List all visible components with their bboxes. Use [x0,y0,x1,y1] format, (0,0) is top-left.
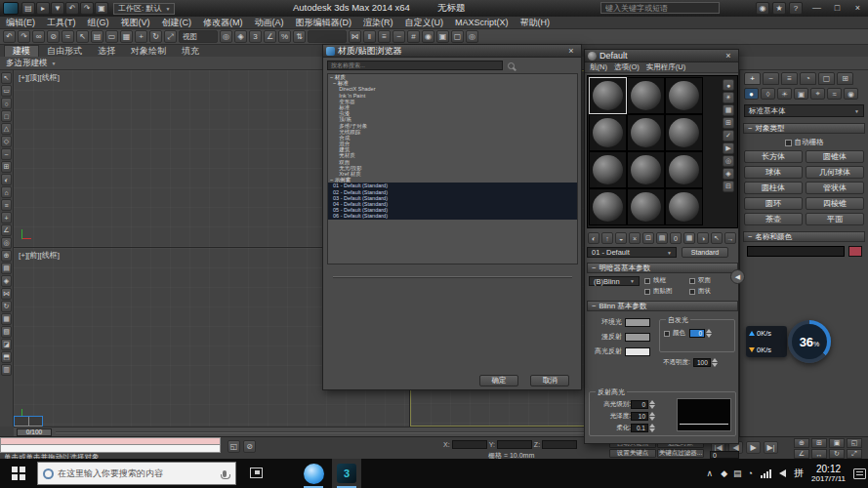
z-coordinate-input[interactable] [542,440,577,449]
close-button[interactable]: × [847,0,868,16]
help-icon[interactable]: ? [789,2,803,15]
x-coordinate-input[interactable] [452,440,487,449]
zoom-icon[interactable]: ⊕ [794,438,809,448]
video-color-check-icon[interactable]: ✓ [723,130,734,142]
unlink-icon[interactable]: ⊘ [47,30,60,43]
sample-slot[interactable] [589,188,627,225]
shader-basic-rollout[interactable]: − 明暗器基本参数 [587,263,738,273]
color-check-row[interactable]: 颜色 0 [664,329,712,338]
primitive-button[interactable]: 圆柱体 [744,182,803,194]
assign-to-selection-icon[interactable]: ◒ [615,232,627,244]
select-manipulate-icon[interactable]: ◈ [234,30,247,43]
taskbar-search[interactable] [37,462,236,485]
put-to-scene-icon[interactable]: ↑ [601,232,613,244]
reset-map-icon[interactable]: × [629,232,641,244]
spacewarps-category-icon[interactable]: ≈ [827,88,842,100]
left-toolbar-icon[interactable]: ▤ [1,263,12,274]
workspace-dropdown[interactable]: 工作区: 默认 ▼ [113,3,175,15]
left-toolbar-icon[interactable]: ○ [1,98,12,109]
app-menu-button[interactable] [3,2,19,15]
show-end-result-icon[interactable]: ◑ [697,232,709,244]
bind-spacewarp-icon[interactable]: ≈ [62,30,74,43]
primitive-button[interactable]: 茶壶 [744,213,803,225]
start-button[interactable] [0,459,37,488]
opacity-value[interactable]: 100 [693,358,711,367]
sample-slot[interactable] [627,151,665,188]
maximize-button[interactable]: □ [827,0,847,16]
set-key-button[interactable]: 设置关键点 [609,449,656,458]
menu-item[interactable]: MAXScript(X) [449,17,515,29]
spinner[interactable] [649,424,655,432]
options-icon[interactable]: ◎ [723,155,734,167]
diffuse-color-swatch[interactable] [625,333,650,342]
zoom-all-icon[interactable]: ⊞ [811,438,827,448]
sample-type-icon[interactable]: ● [723,79,734,91]
left-toolbar-icon[interactable]: ⊞ [1,161,12,173]
motion-tab-icon[interactable]: ◔ [800,72,816,85]
left-toolbar-icon[interactable]: ∠ [1,224,12,236]
time-slider-handle[interactable]: 0/100 [17,428,52,436]
menu-item[interactable]: 渲染(R) [357,17,399,29]
left-toolbar-icon[interactable]: ≡ [1,199,12,211]
isolate-selection-toggle[interactable]: ◱ [227,440,240,453]
sample-slot[interactable] [589,114,627,151]
browser-search-input[interactable] [327,61,503,70]
panel-collapse-chevron[interactable]: ◀ [730,269,745,284]
scale-icon[interactable]: ⤢ [164,30,177,43]
volume-icon[interactable] [779,469,786,477]
align-icon[interactable]: ‖ [363,30,376,43]
network-icon[interactable] [761,469,771,478]
curve-editor-icon[interactable]: ~ [393,30,405,43]
spinner[interactable] [706,329,712,338]
zoom-extents-icon[interactable]: ▣ [829,438,845,448]
ok-button[interactable]: 确定 [479,375,518,386]
browser-taskbar-button[interactable] [299,459,328,488]
left-toolbar-icon[interactable]: ◇ [1,136,12,147]
object-type-rollout[interactable]: − 对象类型 [743,123,865,134]
soften-value[interactable]: 0.1 [631,424,648,432]
ime-indicator[interactable]: 拼 [794,467,804,480]
select-by-name-icon[interactable]: ▤ [91,30,103,43]
sample-slot[interactable] [627,114,665,151]
menu-item[interactable]: 自定义(U) [399,17,450,29]
go-to-end-icon[interactable]: ▶| [764,441,778,454]
lights-category-icon[interactable]: ☀ [777,88,792,100]
select-object-icon[interactable]: ↖ [76,30,89,43]
undo-icon[interactable]: ↶ [65,2,79,15]
schematic-view-icon[interactable]: # [407,30,420,43]
object-name-input[interactable] [747,246,845,257]
browser-titlebar[interactable]: 材质/贴图浏览器 × [323,45,581,58]
get-material-icon[interactable]: ◐ [588,232,599,244]
named-selection-dropdown[interactable] [308,30,347,43]
backlight-icon[interactable]: ☀ [723,92,734,103]
minimize-button[interactable]: — [806,0,827,16]
pan-icon[interactable]: ↔ [811,449,827,459]
shader-checkbox-item[interactable]: 面状 [689,287,732,296]
sample-slot[interactable] [589,77,627,114]
sample-slot[interactable] [589,151,627,188]
menu-item[interactable]: 图形编辑器(D) [290,17,358,29]
left-toolbar-icon[interactable]: ▥ [1,364,12,376]
ambient-color-swatch[interactable] [625,318,650,327]
use-center-icon[interactable]: ◎ [220,30,232,43]
display-tab-icon[interactable]: ▢ [818,72,835,85]
material-name-dropdown[interactable]: 01 - Default ▼ [587,247,677,258]
selection-lock-toggle[interactable]: ⊘ [243,440,256,453]
specular-level-value[interactable]: 0 [631,400,648,409]
move-icon[interactable]: + [135,30,147,43]
put-to-library-icon[interactable]: ▤ [656,232,668,244]
orbit-icon[interactable]: ↻ [829,449,845,459]
sample-slot[interactable] [665,188,703,225]
macro-recorder-line[interactable] [0,437,221,445]
left-toolbar-icon[interactable]: ⬒ [1,351,12,363]
geometry-category-icon[interactable]: ● [744,88,759,100]
name-color-rollout[interactable]: − 名称和颜色 [743,231,865,242]
shapes-category-icon[interactable]: ◊ [761,88,775,100]
autogrid-checkbox[interactable] [785,140,792,146]
maxscript-listener-line[interactable] [0,445,221,453]
sample-slot[interactable] [665,151,703,188]
left-toolbar-icon[interactable]: ⋈ [1,288,12,300]
new-scene-icon[interactable]: ▤ [21,2,35,15]
ribbon-panel-label[interactable]: 多边形建模 [6,58,48,69]
material-editor-menu-item[interactable]: 实用程序(U) [646,62,685,72]
